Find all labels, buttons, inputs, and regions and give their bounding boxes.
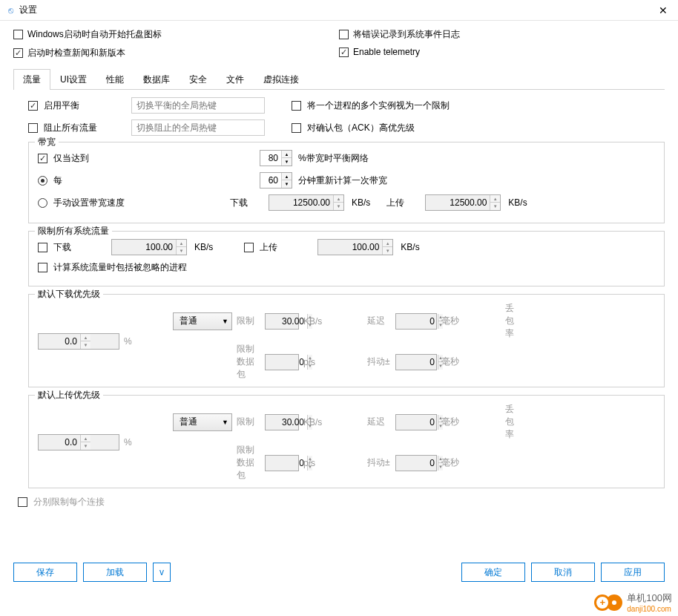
spinner-bw-dl[interactable]: ▲▼: [269, 194, 344, 211]
spin-up-icon[interactable]: ▲: [282, 151, 292, 158]
spinner-bw-dl-input[interactable]: [269, 195, 333, 210]
apply-button[interactable]: 应用: [601, 563, 665, 582]
checkbox-multi-instance[interactable]: [292, 101, 301, 111]
legend-bandwidth: 带宽: [35, 136, 59, 148]
spinner-dl-limit[interactable]: ▲▼: [265, 313, 299, 330]
select-dl-priority[interactable]: 普通 ▼: [173, 312, 232, 330]
spinner-only-when-input[interactable]: [260, 151, 281, 166]
label-enable-balance: 启用平衡: [44, 99, 125, 112]
load-dropdown-button[interactable]: v: [153, 563, 171, 582]
tab-file[interactable]: 文件: [217, 69, 254, 90]
checkbox-only-when[interactable]: [38, 154, 47, 163]
spin-down-icon[interactable]: ▼: [282, 180, 292, 188]
label-check-news: 启动时检查新闻和新版本: [27, 47, 125, 59]
tab-ui[interactable]: UI设置: [50, 69, 96, 90]
hotkey-block[interactable]: [131, 119, 265, 136]
spinner-dl-jitter[interactable]: ▲▼: [395, 354, 437, 370]
fieldset-limit-all: 限制所有系统流量 下载 ▲▼ KB/s 上传 ▲▼ KB/s: [28, 231, 665, 286]
tab-db[interactable]: 数据库: [134, 69, 180, 90]
spin-down-icon[interactable]: ▼: [177, 247, 186, 255]
spinner-bw-ul[interactable]: ▲▼: [425, 194, 501, 211]
label-every: 每: [53, 174, 254, 187]
spinner-limit-ul-input[interactable]: [318, 240, 382, 255]
checkbox-check-news[interactable]: [13, 48, 23, 58]
tabs: 流量 UI设置 性能 数据库 安全 文件 虚拟连接: [13, 68, 665, 90]
spin-up-icon[interactable]: ▲: [282, 173, 292, 180]
checkbox-ack-priority[interactable]: [292, 123, 301, 133]
window-title: 设置: [19, 4, 653, 16]
close-button[interactable]: ✕: [653, 0, 674, 21]
fieldset-ul-priority: 默认上传优先级 普通 ▼ 限制 ▲▼ KB/s 延迟 ▲▼ 毫秒 丢包率 ▲▼ …: [28, 395, 665, 488]
checkbox-start-with-windows[interactable]: [13, 30, 23, 39]
chevron-down-icon: ▼: [222, 318, 228, 325]
hotkey-balance[interactable]: [131, 97, 265, 114]
tab-virtual[interactable]: 虚拟连接: [254, 69, 309, 90]
label-only-when: 仅当达到: [53, 152, 254, 165]
load-button[interactable]: 加载: [83, 563, 147, 582]
label-only-when-suffix: %带宽时平衡网络: [298, 152, 369, 165]
checkbox-include-ignored[interactable]: [38, 263, 47, 272]
spinner-ul-delay[interactable]: ▲▼: [395, 414, 437, 430]
checkbox-limit-dl[interactable]: [38, 243, 47, 252]
unit-kbs: KB/s: [508, 197, 527, 208]
legend-dl-priority: 默认下载优先级: [35, 288, 103, 301]
tab-perf[interactable]: 性能: [96, 69, 134, 90]
spinner-ul-jitter[interactable]: ▲▼: [395, 455, 437, 471]
label-ul: 上传: [386, 197, 419, 209]
spin-up-icon[interactable]: ▲: [177, 240, 186, 247]
unit-kbs: KB/s: [194, 242, 213, 252]
label-limit-dl: 下载: [53, 241, 105, 254]
checkbox-enable-balance[interactable]: [28, 101, 38, 111]
radio-manual[interactable]: [38, 198, 47, 208]
spinner-every-input[interactable]: [260, 173, 281, 188]
label-every-suffix: 分钟重新计算一次带宽: [298, 174, 387, 187]
legend-ul-priority: 默认上传优先级: [35, 389, 103, 402]
label-multi-instance: 将一个进程的多个实例视为一个限制: [307, 99, 450, 112]
label-limit: 限制: [237, 315, 260, 327]
spin-up-icon[interactable]: ▲: [490, 195, 500, 203]
select-ul-priority[interactable]: 普通 ▼: [173, 413, 232, 431]
spinner-limit-dl[interactable]: ▲▼: [111, 239, 187, 255]
spin-down-icon[interactable]: ▼: [383, 247, 392, 255]
checkbox-telemetry[interactable]: [339, 47, 349, 57]
label-telemetry: Enable telemetry: [353, 47, 420, 57]
checkbox-limit-ul[interactable]: [244, 243, 254, 252]
legend-limit-all: 限制所有系统流量: [35, 225, 112, 237]
select-ul-value: 普通: [180, 416, 197, 428]
tab-security[interactable]: 安全: [180, 69, 217, 90]
unit-kbs: KB/s: [352, 197, 370, 208]
spinner-bw-ul-input[interactable]: [426, 195, 490, 210]
spinner-limit-ul[interactable]: ▲▼: [317, 239, 393, 255]
checkbox-block-all[interactable]: [28, 123, 38, 133]
label-start-with-windows: Windows启动时自动开始托盘图标: [27, 28, 162, 41]
label-block-all: 阻止所有流量: [44, 122, 125, 134]
spinner-every[interactable]: ▲▼: [260, 172, 292, 189]
label-per-connection: 分别限制每个连接: [33, 496, 105, 508]
spinner-limit-dl-input[interactable]: [112, 240, 176, 255]
label-limit-ul: 上传: [260, 241, 312, 254]
spin-up-icon[interactable]: ▲: [383, 240, 392, 247]
label-dl: 下载: [230, 197, 263, 209]
save-button[interactable]: 保存: [13, 563, 77, 582]
spin-up-icon[interactable]: ▲: [334, 195, 343, 203]
spin-down-icon[interactable]: ▼: [282, 158, 292, 166]
cancel-button[interactable]: 取消: [531, 563, 595, 582]
spinner-ul-drop[interactable]: ▲▼: [38, 434, 119, 450]
checkbox-per-connection[interactable]: [18, 497, 27, 507]
radio-every[interactable]: [38, 176, 47, 186]
spinner-ul-limit[interactable]: ▲▼: [265, 414, 299, 430]
spinner-only-when[interactable]: ▲▼: [260, 150, 292, 166]
spin-down-icon[interactable]: ▼: [334, 203, 343, 210]
spinner-ul-pkt[interactable]: ▲▼: [265, 455, 299, 471]
fieldset-dl-priority: 默认下载优先级 普通 ▼ 限制 ▲▼ KB/s 延迟 ▲▼ 毫秒 丢包率 ▲▼ …: [28, 294, 665, 387]
select-dl-value: 普通: [180, 315, 197, 327]
spinner-dl-delay[interactable]: ▲▼: [395, 313, 437, 330]
checkbox-log-errors[interactable]: [339, 30, 349, 39]
chevron-down-icon: ▼: [222, 419, 228, 426]
watermark: + 单机100网 danji100.com: [594, 592, 672, 613]
tab-traffic[interactable]: 流量: [13, 69, 50, 90]
spinner-dl-drop[interactable]: ▲▼: [38, 333, 119, 350]
spin-down-icon[interactable]: ▼: [490, 203, 500, 210]
ok-button[interactable]: 确定: [461, 563, 525, 582]
spinner-dl-pkt[interactable]: ▲▼: [265, 354, 299, 370]
